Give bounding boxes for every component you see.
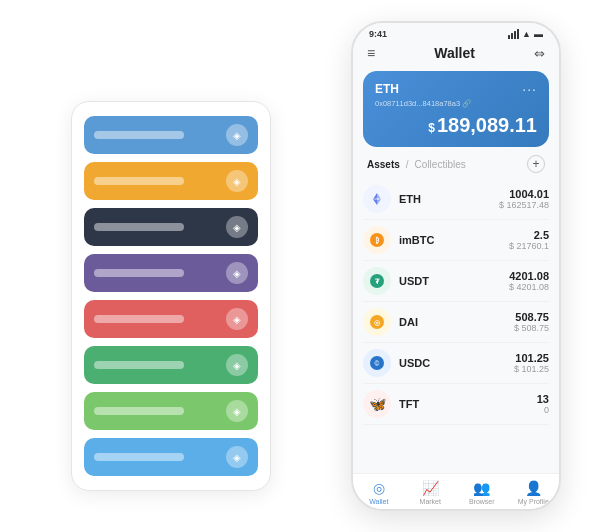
- usdt-icon: ₮: [363, 267, 391, 295]
- svg-marker-2: [377, 199, 381, 205]
- tab-collectibles[interactable]: Collectibles: [415, 159, 466, 170]
- card-item[interactable]: ◈: [84, 162, 258, 200]
- eth-more-button[interactable]: ···: [522, 81, 537, 97]
- card-item[interactable]: ◈: [84, 438, 258, 476]
- card-label: [94, 407, 184, 415]
- card-label: [94, 177, 184, 185]
- tab-assets[interactable]: Assets: [367, 159, 400, 170]
- browser-nav-label: Browser: [469, 498, 495, 505]
- card-label: [94, 269, 184, 277]
- card-icon: ◈: [226, 124, 248, 146]
- nav-item-browser[interactable]: 👥 Browser: [456, 480, 508, 505]
- card-item[interactable]: ◈: [84, 254, 258, 292]
- currency-symbol: $: [428, 121, 435, 135]
- svg-text:©: ©: [375, 360, 380, 367]
- market-nav-label: Market: [420, 498, 441, 505]
- asset-symbol-usdc: USDC: [399, 357, 514, 369]
- eth-address: 0x08711d3d...8418a78a3 🔗: [375, 99, 537, 108]
- eth-card[interactable]: ETH ··· 0x08711d3d...8418a78a3 🔗 $189,08…: [363, 71, 549, 147]
- expand-icon[interactable]: ⇔: [534, 46, 545, 61]
- asset-item-usdc[interactable]: © USDC 101.25 $ 101.25: [363, 343, 549, 384]
- nav-item-profile[interactable]: 👤 My Profile: [508, 480, 560, 505]
- page-title: Wallet: [434, 45, 475, 61]
- card-icon: ◈: [226, 446, 248, 468]
- imbtc-icon: ₿: [363, 226, 391, 254]
- asset-symbol-eth: ETH: [399, 193, 499, 205]
- asset-list: ETH 1004.01 $ 162517.48 ₿ imBTC 2.5 $ 21…: [353, 179, 559, 473]
- asset-usd-imbtc: $ 21760.1: [509, 241, 549, 251]
- wallet-nav-icon: ◎: [373, 480, 385, 496]
- asset-item-usdt[interactable]: ₮ USDT 4201.08 $ 4201.08: [363, 261, 549, 302]
- asset-symbol-imbtc: imBTC: [399, 234, 509, 246]
- dai-icon: ◎: [363, 308, 391, 336]
- status-icons: ▲ ▬: [508, 29, 543, 39]
- phone-mockup: 9:41 ▲ ▬ ≡ Wallet ⇔ ETH ···: [351, 21, 561, 511]
- card-item[interactable]: ◈: [84, 392, 258, 430]
- wifi-icon: ▲: [522, 29, 531, 39]
- asset-amount-eth: 1004.01: [499, 188, 549, 200]
- add-asset-button[interactable]: +: [527, 155, 545, 173]
- asset-amounts-tft: 13 0: [537, 393, 549, 415]
- card-icon: ◈: [226, 400, 248, 422]
- wallet-nav-label: Wallet: [369, 498, 388, 505]
- eth-card-header: ETH ···: [375, 81, 537, 97]
- card-icon: ◈: [226, 170, 248, 192]
- card-label: [94, 453, 184, 461]
- nav-item-wallet[interactable]: ◎ Wallet: [353, 480, 405, 505]
- eth-amount-value: 189,089.11: [437, 114, 537, 136]
- asset-usd-tft: 0: [537, 405, 549, 415]
- profile-nav-icon: 👤: [525, 480, 542, 496]
- status-bar: 9:41 ▲ ▬: [353, 23, 559, 41]
- asset-amount-usdc: 101.25: [514, 352, 549, 364]
- browser-nav-icon: 👥: [473, 480, 490, 496]
- asset-amount-usdt: 4201.08: [509, 270, 549, 282]
- asset-usd-eth: $ 162517.48: [499, 200, 549, 210]
- asset-symbol-dai: DAI: [399, 316, 514, 328]
- asset-amounts-imbtc: 2.5 $ 21760.1: [509, 229, 549, 251]
- asset-amounts-eth: 1004.01 $ 162517.48: [499, 188, 549, 210]
- bottom-nav: ◎ Wallet 📈 Market 👥 Browser 👤 My Profile: [353, 473, 559, 509]
- profile-nav-label: My Profile: [518, 498, 549, 505]
- card-label: [94, 361, 184, 369]
- battery-icon: ▬: [534, 29, 543, 39]
- asset-amount-dai: 508.75: [514, 311, 549, 323]
- svg-marker-3: [373, 199, 377, 205]
- asset-item-imbtc[interactable]: ₿ imBTC 2.5 $ 21760.1: [363, 220, 549, 261]
- asset-symbol-tft: TFT: [399, 398, 537, 410]
- asset-amount-imbtc: 2.5: [509, 229, 549, 241]
- svg-text:◎: ◎: [374, 319, 380, 326]
- top-nav: ≡ Wallet ⇔: [353, 41, 559, 67]
- tft-icon: 🦋: [363, 390, 391, 418]
- assets-header: Assets / Collectibles +: [353, 155, 559, 179]
- asset-usd-usdt: $ 4201.08: [509, 282, 549, 292]
- asset-item-eth[interactable]: ETH 1004.01 $ 162517.48: [363, 179, 549, 220]
- asset-item-dai[interactable]: ◎ DAI 508.75 $ 508.75: [363, 302, 549, 343]
- card-item[interactable]: ◈: [84, 346, 258, 384]
- card-label: [94, 223, 184, 231]
- card-item[interactable]: ◈: [84, 208, 258, 246]
- menu-icon[interactable]: ≡: [367, 45, 375, 61]
- card-item[interactable]: ◈: [84, 116, 258, 154]
- status-time: 9:41: [369, 29, 387, 39]
- asset-usd-dai: $ 508.75: [514, 323, 549, 333]
- svg-text:₿: ₿: [375, 236, 379, 244]
- asset-amounts-usdc: 101.25 $ 101.25: [514, 352, 549, 374]
- eth-label: ETH: [375, 82, 399, 96]
- nav-item-market[interactable]: 📈 Market: [405, 480, 457, 505]
- asset-amount-tft: 13: [537, 393, 549, 405]
- card-icon: ◈: [226, 354, 248, 376]
- asset-amounts-dai: 508.75 $ 508.75: [514, 311, 549, 333]
- card-stack: ◈ ◈ ◈ ◈ ◈ ◈ ◈ ◈: [71, 101, 271, 491]
- eth-icon: [363, 185, 391, 213]
- asset-symbol-usdt: USDT: [399, 275, 509, 287]
- card-item[interactable]: ◈: [84, 300, 258, 338]
- asset-usd-usdc: $ 101.25: [514, 364, 549, 374]
- signal-bars-icon: [508, 29, 519, 39]
- scene: ◈ ◈ ◈ ◈ ◈ ◈ ◈ ◈: [11, 11, 591, 521]
- tab-divider: /: [406, 159, 409, 170]
- asset-amounts-usdt: 4201.08 $ 4201.08: [509, 270, 549, 292]
- card-icon: ◈: [226, 308, 248, 330]
- asset-item-tft[interactable]: 🦋 TFT 13 0: [363, 384, 549, 425]
- market-nav-icon: 📈: [422, 480, 439, 496]
- card-icon: ◈: [226, 262, 248, 284]
